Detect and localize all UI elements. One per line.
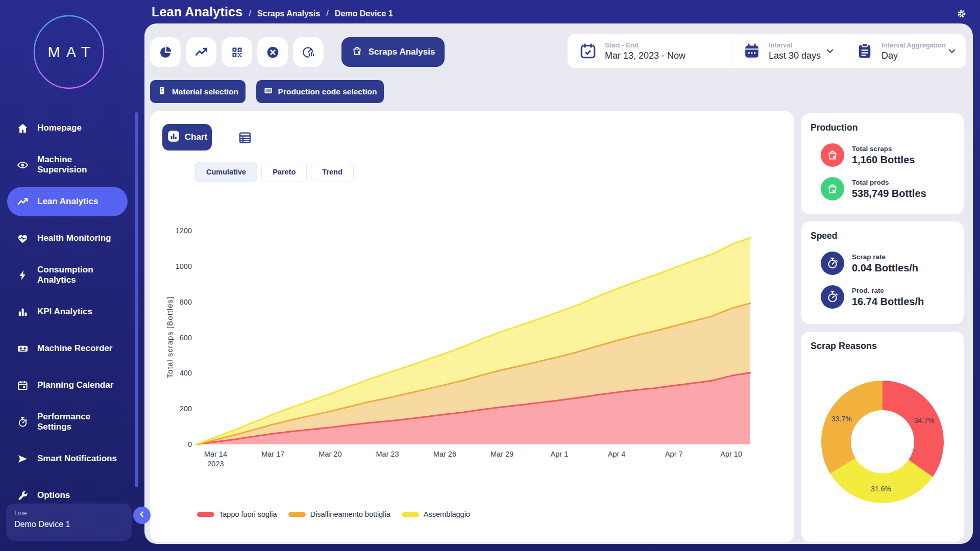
- chart-view-toggle[interactable]: Chart: [162, 124, 212, 151]
- svg-text:Apr 7: Apr 7: [665, 450, 683, 458]
- barcode-icon: [263, 86, 273, 97]
- cancel-circle-icon: [266, 45, 280, 59]
- gauge-report-button[interactable]: [293, 37, 324, 67]
- total-scraps-value: 1,160 Bottles: [852, 154, 915, 166]
- tab-cumulative[interactable]: Cumulative: [195, 162, 257, 182]
- sidebar-item-lean-analytics[interactable]: Lean Analytics: [7, 187, 128, 216]
- svg-text:2023: 2023: [207, 460, 224, 468]
- sidebar-item-label: Lean Analytics: [37, 196, 98, 207]
- material-selection-button[interactable]: Material selection: [150, 80, 246, 103]
- bag-x-icon: [821, 143, 844, 167]
- device-line-label: Line: [14, 509, 124, 517]
- chevron-left-icon: [137, 509, 147, 521]
- svg-text:600: 600: [180, 334, 192, 342]
- legend-label: Tappo fuori soglia: [219, 510, 277, 518]
- sidebar-item-consumption-analytics[interactable]: Consumption Analytics: [7, 260, 128, 290]
- production-code-selection-button[interactable]: Production code selection: [256, 80, 384, 103]
- sidebar-item-label: Homepage: [37, 123, 82, 133]
- sidebar-item-kpi-analytics[interactable]: KPI Analytics: [7, 297, 128, 327]
- svg-text:200: 200: [180, 405, 192, 413]
- legend-item-assemblaggio[interactable]: Assemblaggio: [402, 510, 470, 518]
- svg-text:Total scraps [Bottles]: Total scraps [Bottles]: [165, 296, 174, 378]
- sidebar-item-machine-recorder[interactable]: Machine Recorder: [7, 334, 128, 363]
- trend-line-button[interactable]: [186, 37, 216, 67]
- legend-item-tappo-fuori-soglia[interactable]: Tappo fuori soglia: [197, 510, 277, 518]
- legend-label: Disallineamento bottiglia: [310, 510, 390, 518]
- sidebar-collapse-button[interactable]: [133, 507, 151, 524]
- trend-icon: [17, 196, 29, 208]
- scrap-rate-value: 0.04 Bottles/h: [852, 262, 918, 274]
- breadcrumb-demo-device[interactable]: Demo Device 1: [335, 9, 393, 18]
- scraps-analysis-button[interactable]: Scraps Analysis: [341, 37, 445, 67]
- chart-toggle-label: Chart: [185, 132, 207, 142]
- tab-pareto[interactable]: Pareto: [261, 162, 307, 182]
- svg-text:1000: 1000: [176, 262, 192, 270]
- legend-swatch: [288, 512, 306, 517]
- svg-text:800: 800: [180, 298, 192, 306]
- stopwatch-icon: [17, 416, 29, 428]
- stopwatch-icon: [821, 285, 844, 309]
- svg-text:1200: 1200: [176, 227, 192, 235]
- stopwatch-icon: [821, 252, 844, 275]
- aggregation-value: Day: [881, 51, 946, 61]
- qr-code-button[interactable]: [222, 37, 252, 67]
- wrench-icon: [17, 490, 29, 502]
- sidebar-item-planning-calendar[interactable]: Planning Calendar: [7, 370, 128, 400]
- bag-check-icon: [821, 177, 844, 201]
- start-end-label: Start - End: [605, 41, 685, 49]
- svg-text:Mar 23: Mar 23: [376, 450, 399, 458]
- interval-dropdown[interactable]: Interval Last 30 days: [731, 34, 844, 68]
- sidebar-item-homepage[interactable]: Homepage: [7, 113, 128, 143]
- sidebar-item-label: Machine Recorder: [37, 343, 112, 354]
- sidebar-item-label: Options: [37, 490, 70, 500]
- breadcrumb-scraps-analysis[interactable]: Scraps Analysis: [257, 9, 320, 18]
- kpi-icon: [17, 306, 29, 318]
- device-name: Demo Device 1: [14, 520, 124, 529]
- table-icon: [238, 138, 252, 146]
- sidebar-item-label: Consumption Analytics: [37, 265, 121, 285]
- scrap-reasons-title: Scrap Reasons: [811, 341, 954, 352]
- sidebar-item-smart-notifications[interactable]: Smart Notifications: [7, 444, 128, 473]
- production-code-selection-label: Production code selection: [278, 87, 377, 96]
- sidebar-scrollbar[interactable]: [135, 112, 138, 487]
- start-end-picker[interactable]: Start - End Mar 13, 2023 - Now: [568, 34, 731, 68]
- total-prods-value: 538,749 Bottles: [852, 188, 926, 199]
- tab-trend[interactable]: Trend: [311, 162, 353, 182]
- cancel-circle-button[interactable]: [257, 37, 288, 67]
- svg-text:400: 400: [180, 369, 192, 377]
- sidebar-item-label: Performance Settings: [37, 412, 121, 432]
- qr-code-icon: [230, 45, 244, 59]
- legend-swatch: [402, 512, 419, 517]
- scrap-reasons-donut-chart: 34.7%31.6%33.7%: [806, 365, 959, 518]
- svg-text:Mar 29: Mar 29: [491, 450, 513, 458]
- svg-text:Mar 26: Mar 26: [433, 450, 456, 458]
- table-view-toggle[interactable]: [238, 131, 252, 145]
- interval-value: Last 30 days: [769, 51, 821, 61]
- calendar-dots-icon: [743, 42, 761, 60]
- legend-swatch: [197, 512, 214, 517]
- sidebar-item-machine-supervision[interactable]: Machine Supervision: [7, 150, 128, 180]
- aggregation-dropdown[interactable]: Interval Aggregation Day: [844, 34, 966, 68]
- sidebar-item-label: Smart Notifications: [37, 454, 117, 464]
- home-icon: [17, 122, 29, 134]
- svg-text:31.6%: 31.6%: [871, 485, 891, 493]
- sidebar-item-performance-settings[interactable]: Performance Settings: [7, 407, 128, 437]
- bar-chart-mini-icon: [167, 130, 180, 145]
- sidebar-item-health-monitoring[interactable]: Health Monitoring: [7, 223, 128, 253]
- sidebar-item-label: Machine Supervision: [37, 155, 121, 175]
- legend-item-disallineamento-bottiglia[interactable]: Disallineamento bottiglia: [288, 510, 390, 518]
- sidebar-item-label: Health Monitoring: [37, 233, 111, 243]
- sidebar-item-label: KPI Analytics: [37, 307, 92, 317]
- chevron-down-icon: [824, 45, 836, 57]
- sidebar-item-label: Planning Calendar: [37, 380, 113, 390]
- clipboard-icon: [855, 42, 874, 60]
- breadcrumb-separator: /: [249, 9, 251, 19]
- calendar-check-icon: [579, 42, 597, 60]
- total-scraps-label: Total scraps: [852, 145, 915, 153]
- chevron-down-icon: [946, 45, 958, 57]
- settings-gear-icon[interactable]: [955, 8, 968, 20]
- pie-chart-button[interactable]: [150, 37, 181, 67]
- device-card[interactable]: Line Demo Device 1: [6, 504, 132, 541]
- material-cylinder-icon: [157, 86, 167, 97]
- bag-x-icon: [351, 45, 363, 59]
